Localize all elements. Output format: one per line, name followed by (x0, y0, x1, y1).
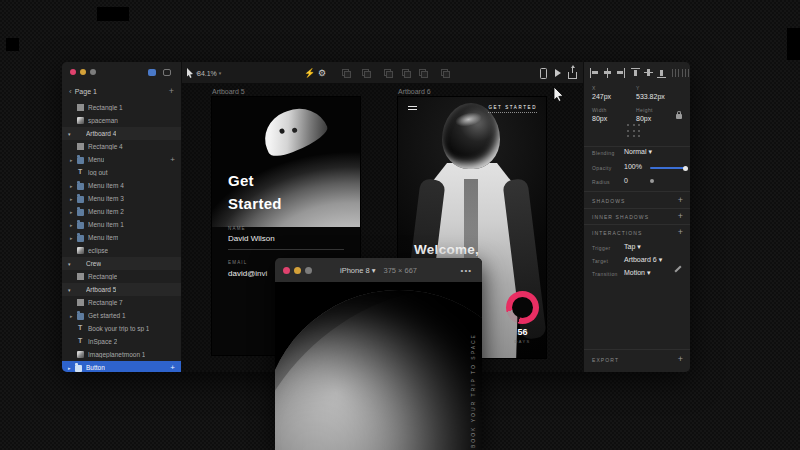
layer-row[interactable]: ▸ Menu item 1 (62, 218, 181, 231)
add-page-icon[interactable]: + (169, 86, 174, 96)
layer-row[interactable]: ▾ Artboard 5 (62, 283, 181, 296)
layer-row[interactable]: ▸ Menu item 4 (62, 179, 181, 192)
layer-row[interactable]: Rectangle 1 (62, 101, 181, 114)
layer-type-icon (77, 169, 84, 176)
edit-transition-icon[interactable] (674, 265, 682, 273)
opacity-value[interactable]: 100% (624, 163, 642, 170)
share-button[interactable] (568, 62, 577, 84)
layer-row[interactable]: ▾ Artboard 4 (62, 127, 181, 140)
layer-row[interactable]: Rectangle (62, 270, 181, 283)
expand-arrow-icon[interactable]: ▸ (70, 209, 77, 215)
layer-row[interactable]: log out (62, 166, 181, 179)
expand-arrow-icon[interactable]: ▾ (68, 287, 75, 293)
preview-window[interactable]: iPhone 8 ▾ 375 × 667 ••• BOOK YOUR TRIP … (275, 258, 482, 450)
expand-arrow-icon[interactable]: ▸ (68, 365, 75, 371)
layer-row[interactable]: ▸ Button + (62, 361, 181, 372)
minimize-window-button[interactable] (294, 267, 301, 274)
components-view-icon[interactable] (163, 69, 171, 76)
align-left-icon[interactable] (590, 68, 599, 78)
expand-arrow-icon[interactable]: ▸ (70, 183, 77, 189)
target-dropdown[interactable]: Artboard 6 ▾ (624, 256, 662, 264)
expand-arrow-icon[interactable]: ▸ (70, 157, 77, 163)
layer-row[interactable]: Rectangle 4 (62, 140, 181, 153)
union-button[interactable] (384, 62, 393, 84)
layer-row[interactable]: Rectangle 7 (62, 296, 181, 309)
align-right-icon[interactable] (616, 68, 625, 78)
artboard5-label[interactable]: Artboard 5 (212, 88, 245, 95)
blending-dropdown[interactable]: Normal ▾ (624, 148, 652, 156)
intersect-button[interactable] (419, 62, 428, 84)
zoom-level-dropdown[interactable]: 84.1% ▾ (197, 62, 221, 84)
layer-row[interactable]: ▾ Crew (62, 257, 181, 270)
distribute-horizontal-icon[interactable] (671, 68, 680, 78)
y-value[interactable]: 533.82px (636, 93, 665, 100)
expand-arrow-icon[interactable]: ▾ (68, 261, 75, 267)
subtract-button[interactable] (402, 62, 411, 84)
radius-value[interactable]: 0 (624, 177, 628, 184)
layer-type-icon (77, 157, 84, 164)
zoom-window-button[interactable] (90, 69, 96, 75)
add-interaction-icon[interactable]: + (678, 227, 683, 237)
zoom-window-button[interactable] (305, 267, 312, 274)
more-options-icon[interactable]: ••• (461, 266, 472, 275)
transition-dropdown[interactable]: Motion ▾ (624, 269, 650, 277)
page-navigator[interactable]: ‹ Page 1 + (62, 84, 181, 98)
distribute-vertical-icon[interactable] (681, 68, 690, 78)
name-field-value[interactable]: David Wilson (228, 234, 275, 243)
expand-arrow-icon[interactable]: ▸ (70, 196, 77, 202)
add-inner-shadow-icon[interactable]: + (678, 211, 683, 221)
radius-label: Radius (592, 179, 610, 185)
layer-add-icon[interactable]: + (170, 155, 175, 164)
get-started-link[interactable]: GET STARTED (488, 105, 537, 113)
minimize-window-button[interactable] (80, 69, 86, 75)
mask-button[interactable] (441, 62, 450, 84)
align-top-icon[interactable] (631, 68, 640, 78)
layer-row[interactable]: ▸ Menu + (62, 153, 181, 166)
align-center-horizontal-icon[interactable] (603, 68, 612, 78)
link-tool-button[interactable] (342, 62, 351, 84)
layer-row[interactable]: ▸ Menu item 3 (62, 192, 181, 205)
email-field-value[interactable]: david@invi (228, 269, 267, 278)
layer-row[interactable]: Book your trip to sp 1 (62, 322, 181, 335)
layer-row[interactable]: ▸ Menu item 2 (62, 205, 181, 218)
add-shadow-icon[interactable]: + (678, 195, 683, 205)
layer-row[interactable]: InSpace 2 (62, 335, 181, 348)
layer-row[interactable]: spaceman (62, 114, 181, 127)
layer-name: Menu (88, 156, 104, 163)
opacity-slider[interactable] (650, 167, 686, 169)
layer-row[interactable]: Imageplanetmoon 1 (62, 348, 181, 361)
layer-row[interactable]: ▸ Menu item (62, 231, 181, 244)
hamburger-menu-icon[interactable] (408, 106, 417, 112)
close-window-button[interactable] (70, 69, 76, 75)
width-value[interactable]: 80px (592, 115, 607, 122)
radius-slider-knob[interactable] (650, 179, 654, 183)
layer-row[interactable]: ▸ Get started 1 (62, 309, 181, 322)
page-back-icon[interactable]: ‹ (69, 87, 72, 96)
align-middle-vertical-icon[interactable] (644, 68, 653, 78)
link-icon (342, 69, 351, 78)
trigger-dropdown[interactable]: Tap ▾ (624, 243, 641, 251)
close-window-button[interactable] (283, 267, 290, 274)
height-value[interactable]: 80px (636, 115, 651, 122)
expand-arrow-icon[interactable]: ▸ (70, 235, 77, 241)
expand-arrow-icon[interactable]: ▸ (70, 313, 77, 319)
preview-titlebar[interactable]: iPhone 8 ▾ 375 × 667 ••• (275, 258, 482, 282)
layer-add-icon[interactable]: + (170, 363, 175, 372)
anchor-grid[interactable] (627, 124, 640, 137)
align-bottom-icon[interactable] (657, 68, 666, 78)
layer-row[interactable]: eclipse (62, 244, 181, 257)
expand-arrow-icon[interactable]: ▸ (70, 222, 77, 228)
lock-aspect-icon[interactable] (676, 114, 682, 119)
settings-button[interactable]: ⚙ (318, 62, 326, 84)
opacity-slider-knob[interactable] (683, 166, 688, 171)
x-value[interactable]: 247px (592, 93, 611, 100)
artboard6-label[interactable]: Artboard 6 (398, 88, 431, 95)
preview-device-dropdown[interactable]: iPhone 8 ▾ (340, 266, 375, 275)
layers-view-icon[interactable] (148, 69, 156, 76)
expand-arrow-icon[interactable]: ▾ (68, 131, 75, 137)
add-export-icon[interactable]: + (678, 354, 683, 364)
unlink-tool-button[interactable] (362, 62, 371, 84)
preview-device-button[interactable] (540, 62, 547, 84)
play-preview-button[interactable] (555, 62, 561, 84)
quick-actions-button[interactable]: ⚡ (304, 62, 315, 84)
